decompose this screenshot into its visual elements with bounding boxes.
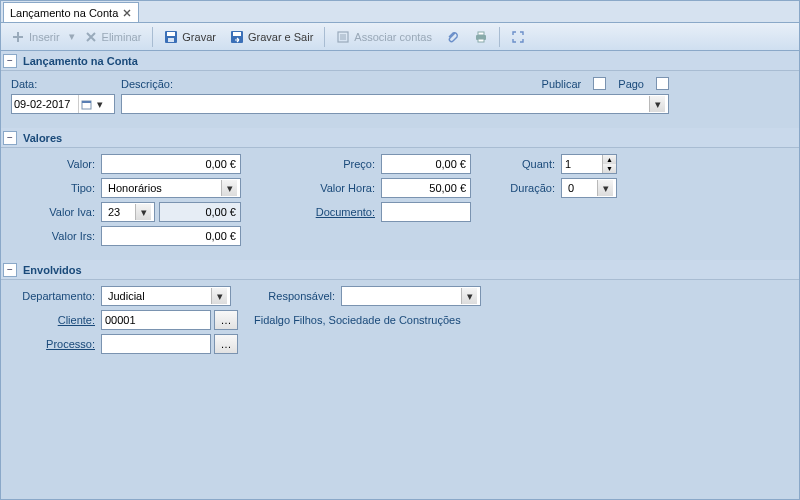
panel-valores: Valor: Preço: Quant: ▲ ▼ Tipo: Honorário… [1, 148, 799, 260]
chevron-down-icon[interactable]: ▾ [135, 204, 151, 220]
paperclip-icon [446, 30, 460, 44]
section-header-envolvidos: − Envolvidos [1, 260, 799, 280]
valor-input[interactable] [101, 154, 241, 174]
close-icon[interactable] [122, 8, 132, 18]
printer-icon [474, 30, 488, 44]
publicar-checkbox[interactable] [593, 77, 606, 90]
calendar-icon[interactable] [78, 95, 94, 113]
quant-input[interactable] [562, 155, 602, 173]
ellipsis-icon: … [221, 314, 232, 326]
link-accounts-icon [336, 30, 350, 44]
duracao-label: Duração: [501, 182, 561, 194]
duracao-combo[interactable]: 0 ▾ [561, 178, 617, 198]
section-title: Lançamento na Conta [23, 55, 138, 67]
quant-spinner[interactable]: ▲ ▼ [561, 154, 617, 174]
irs-input[interactable] [101, 226, 241, 246]
separator [152, 27, 153, 47]
separator [324, 27, 325, 47]
departamento-label: Departamento: [11, 290, 101, 302]
departamento-combo[interactable]: Judicial ▾ [101, 286, 231, 306]
toolbar: Inserir ▾ Eliminar Gravar Gravar e Sair [1, 23, 799, 51]
valor-hora-label: Valor Hora: [301, 182, 381, 194]
valor-iva-label: Valor Iva: [11, 206, 101, 218]
inserir-dropdown[interactable]: ▾ [68, 30, 76, 43]
tab-lancamento[interactable]: Lançamento na Conta [3, 2, 139, 22]
documento-input[interactable] [381, 202, 471, 222]
valor-hora-input[interactable] [381, 178, 471, 198]
cliente-name: Fidalgo Filhos, Sociedade de Construções [254, 314, 461, 326]
descricao-input[interactable] [125, 95, 649, 113]
attachment-button[interactable] [440, 27, 466, 47]
processo-link[interactable]: Processo: [11, 338, 101, 350]
chevron-down-icon[interactable]: ▾ [221, 180, 237, 196]
section-title: Envolvidos [23, 264, 82, 276]
tab-title: Lançamento na Conta [10, 7, 118, 19]
collapse-button[interactable]: − [3, 131, 17, 145]
svg-rect-4 [233, 32, 241, 36]
preco-input[interactable] [381, 154, 471, 174]
associar-button[interactable]: Associar contas [330, 27, 438, 47]
panel-envolvidos: Departamento: Judicial ▾ Responsável: ▾ … [1, 280, 799, 368]
cliente-link[interactable]: Cliente: [11, 314, 101, 326]
tipo-label: Tipo: [11, 182, 101, 194]
iva-rate-combo[interactable]: 23 ▾ [101, 202, 155, 222]
valor-label: Valor: [11, 158, 101, 170]
collapse-button[interactable]: − [3, 263, 17, 277]
data-field[interactable]: ▾ [11, 94, 115, 114]
svg-rect-10 [82, 101, 91, 103]
pago-checkbox[interactable] [656, 77, 669, 90]
fullscreen-icon [511, 30, 525, 44]
preco-label: Preço: [301, 158, 381, 170]
descricao-label: Descrição: [121, 78, 201, 90]
save-icon [164, 30, 178, 44]
spin-down-icon[interactable]: ▼ [603, 164, 616, 173]
processo-lookup-button[interactable]: … [214, 334, 238, 354]
section-header-lancamento: − Lançamento na Conta [1, 51, 799, 71]
chevron-down-icon[interactable]: ▾ [649, 96, 665, 112]
tab-bar: Lançamento na Conta [1, 1, 799, 23]
chevron-down-icon[interactable]: ▾ [461, 288, 477, 304]
print-button[interactable] [468, 27, 494, 47]
pago-label: Pago [618, 78, 650, 90]
separator [499, 27, 500, 47]
ellipsis-icon: … [221, 338, 232, 350]
spin-up-icon[interactable]: ▲ [603, 155, 616, 164]
svg-rect-8 [478, 39, 484, 42]
data-label: Data: [11, 78, 71, 90]
gravar-sair-button[interactable]: Gravar e Sair [224, 27, 319, 47]
expand-button[interactable] [505, 27, 531, 47]
eliminar-button[interactable]: Eliminar [78, 27, 148, 47]
collapse-button[interactable]: − [3, 54, 17, 68]
quant-label: Quant: [501, 158, 561, 170]
svg-rect-7 [478, 32, 484, 35]
departamento-value: Judicial [105, 290, 211, 302]
cliente-lookup-button[interactable]: … [214, 310, 238, 330]
tipo-value: Honorários [105, 182, 221, 194]
section-title: Valores [23, 132, 62, 144]
duracao-value: 0 [565, 182, 597, 194]
cliente-input[interactable] [101, 310, 211, 330]
processo-input[interactable] [101, 334, 211, 354]
chevron-down-icon[interactable]: ▾ [94, 98, 106, 111]
gravar-button[interactable]: Gravar [158, 27, 222, 47]
save-exit-icon [230, 30, 244, 44]
publicar-label: Publicar [542, 78, 588, 90]
plus-icon [11, 30, 25, 44]
iva-rate-value: 23 [105, 206, 135, 218]
responsavel-label: Responsável: [261, 290, 341, 302]
panel-lancamento: Data: Descrição: Publicar Pago ▾ [1, 71, 799, 128]
responsavel-combo[interactable]: ▾ [341, 286, 481, 306]
svg-rect-1 [167, 32, 175, 36]
chevron-down-icon[interactable]: ▾ [597, 180, 613, 196]
descricao-combo[interactable]: ▾ [121, 94, 669, 114]
documento-link[interactable]: Documento: [301, 206, 381, 218]
section-header-valores: − Valores [1, 128, 799, 148]
tipo-combo[interactable]: Honorários ▾ [101, 178, 241, 198]
svg-rect-2 [168, 38, 174, 42]
chevron-down-icon[interactable]: ▾ [211, 288, 227, 304]
iva-value-input [159, 202, 241, 222]
delete-icon [84, 30, 98, 44]
inserir-button[interactable]: Inserir [5, 27, 66, 47]
data-input[interactable] [12, 95, 78, 113]
valor-irs-label: Valor Irs: [11, 230, 101, 242]
